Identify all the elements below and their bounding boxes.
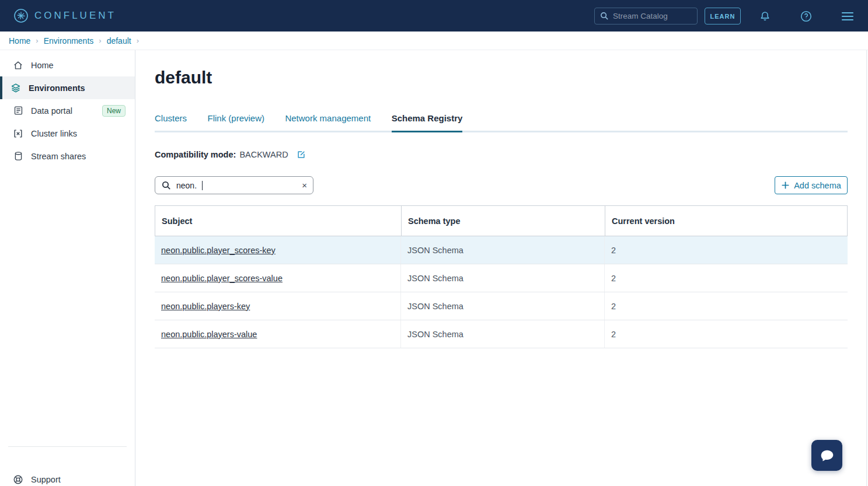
database-icon bbox=[13, 151, 23, 162]
plus-icon bbox=[781, 181, 790, 190]
current-version-cell: 2 bbox=[605, 320, 846, 348]
stream-catalog-search[interactable] bbox=[594, 8, 698, 25]
support-lifering-icon bbox=[13, 474, 23, 485]
search-query-text: neon. bbox=[176, 181, 197, 190]
layers-icon bbox=[11, 83, 21, 93]
main-content: default Clusters Flink (preview) Network… bbox=[135, 50, 867, 486]
chat-button[interactable] bbox=[811, 440, 842, 471]
add-schema-button[interactable]: Add schema bbox=[775, 176, 848, 194]
current-version-cell: 2 bbox=[605, 292, 846, 320]
tab-bar: Clusters Flink (preview) Network managem… bbox=[155, 113, 848, 132]
breadcrumb-default[interactable]: default bbox=[107, 36, 131, 46]
sidebar-item-stream-shares[interactable]: Stream shares bbox=[0, 145, 135, 167]
compatibility-mode-value: BACKWARD bbox=[239, 150, 288, 159]
breadcrumb: Home › Environments › default › bbox=[0, 32, 868, 50]
chevron-right-icon: › bbox=[99, 36, 101, 45]
schema-type-cell: JSON Schema bbox=[401, 292, 605, 320]
chat-bubble-icon bbox=[818, 447, 836, 464]
tab-clusters[interactable]: Clusters bbox=[155, 113, 187, 131]
sidebar-item-label: Data portal bbox=[31, 106, 72, 116]
sidebar-divider bbox=[8, 446, 127, 447]
edit-icon[interactable] bbox=[297, 150, 306, 159]
subject-link[interactable]: neon.public.players-key bbox=[161, 302, 250, 311]
current-version-cell: 2 bbox=[605, 236, 846, 264]
learn-button[interactable]: LEARN bbox=[705, 8, 741, 25]
tab-schema-registry[interactable]: Schema Registry bbox=[392, 113, 463, 132]
table-header: Subject Schema type Current version bbox=[155, 205, 848, 236]
sidebar-item-data-portal[interactable]: Data portal New bbox=[0, 99, 135, 122]
column-header-schema-type[interactable]: Schema type bbox=[402, 206, 605, 236]
sidebar-item-label: Cluster links bbox=[31, 129, 77, 138]
chevron-right-icon: › bbox=[36, 36, 38, 45]
subject-link[interactable]: neon.public.player_scores-value bbox=[161, 274, 283, 283]
sidebar-item-home[interactable]: Home bbox=[0, 54, 135, 76]
confluent-spark-icon bbox=[13, 8, 29, 23]
sidebar-item-environments[interactable]: Environments bbox=[0, 76, 135, 99]
menu-hamburger-icon[interactable] bbox=[839, 8, 856, 25]
sidebar-item-label: Environments bbox=[29, 83, 85, 93]
schema-search-input[interactable]: neon. × bbox=[155, 176, 313, 194]
table-row[interactable]: neon.public.player_scores-value JSON Sch… bbox=[155, 264, 848, 292]
sidebar-item-label: Support bbox=[31, 475, 61, 484]
column-header-current-version[interactable]: Current version bbox=[605, 206, 847, 236]
sidebar-item-label: Stream shares bbox=[31, 152, 86, 161]
chevron-right-icon: › bbox=[137, 36, 139, 45]
document-icon bbox=[13, 106, 23, 116]
table-row[interactable]: neon.public.player_scores-key JSON Schem… bbox=[155, 236, 848, 264]
subject-link[interactable]: neon.public.players-value bbox=[161, 330, 257, 339]
stream-catalog-input[interactable] bbox=[613, 12, 689, 20]
cluster-links-icon bbox=[13, 128, 23, 139]
current-version-cell: 2 bbox=[605, 264, 846, 292]
brand-name: CONFLUENT bbox=[34, 10, 116, 22]
sidebar: Home Environments Data portal New bbox=[0, 50, 135, 486]
column-header-subject[interactable]: Subject bbox=[155, 206, 402, 236]
search-icon bbox=[600, 12, 609, 20]
compatibility-mode-row: Compatibility mode: BACKWARD bbox=[155, 150, 306, 159]
table-row[interactable]: neon.public.players-key JSON Schema 2 bbox=[155, 292, 848, 320]
sidebar-item-cluster-links[interactable]: Cluster links bbox=[0, 122, 135, 145]
schema-type-cell: JSON Schema bbox=[401, 320, 605, 348]
subject-link[interactable]: neon.public.player_scores-key bbox=[161, 246, 276, 255]
schema-type-cell: JSON Schema bbox=[401, 264, 605, 292]
breadcrumb-home[interactable]: Home bbox=[9, 36, 30, 46]
search-icon bbox=[162, 181, 171, 190]
sidebar-item-label: Home bbox=[31, 61, 54, 70]
sidebar-item-support[interactable]: Support bbox=[0, 468, 135, 486]
top-navbar: CONFLUENT LEARN bbox=[0, 0, 868, 32]
clear-search-icon[interactable]: × bbox=[302, 181, 307, 190]
compatibility-mode-label: Compatibility mode: bbox=[155, 150, 236, 159]
notifications-bell-icon[interactable] bbox=[757, 8, 773, 25]
confluent-logo[interactable]: CONFLUENT bbox=[13, 8, 116, 23]
new-badge: New bbox=[102, 105, 126, 117]
table-row[interactable]: neon.public.players-value JSON Schema 2 bbox=[155, 320, 848, 348]
schema-type-cell: JSON Schema bbox=[401, 236, 605, 264]
tab-flink-preview[interactable]: Flink (preview) bbox=[207, 113, 264, 131]
add-schema-label: Add schema bbox=[794, 181, 841, 190]
home-icon bbox=[13, 60, 23, 71]
help-icon[interactable] bbox=[798, 8, 814, 25]
tab-network-management[interactable]: Network management bbox=[285, 113, 371, 131]
text-cursor bbox=[202, 181, 203, 190]
page-title: default bbox=[155, 68, 212, 88]
schema-table: Subject Schema type Current version neon… bbox=[155, 205, 848, 348]
breadcrumb-environments[interactable]: Environments bbox=[44, 36, 94, 46]
